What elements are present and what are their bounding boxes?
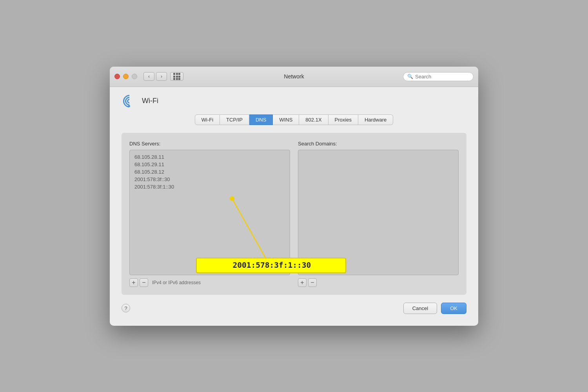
- domains-add-button[interactable]: +: [298, 278, 307, 287]
- dns-list-controls: + − IPv4 or IPv6 addresses: [129, 278, 290, 287]
- tab-proxies[interactable]: Proxies: [328, 114, 358, 125]
- wifi-header: Wi-Fi: [122, 95, 466, 107]
- dns-servers-list[interactable]: 68.105.28.11 68.105.29.11 68.105.28.12 2…: [129, 150, 290, 275]
- forward-button[interactable]: ›: [156, 72, 167, 81]
- search-input[interactable]: [415, 74, 469, 80]
- search-domains-label: Search Domains:: [298, 141, 459, 147]
- tab-hardware[interactable]: Hardware: [358, 114, 393, 125]
- search-domains-list[interactable]: [298, 150, 459, 275]
- titlebar: ‹ › Network 🔍: [110, 67, 478, 87]
- action-buttons: Cancel OK: [403, 303, 466, 314]
- wifi-label: Wi-Fi: [142, 97, 158, 105]
- tab-wifi[interactable]: Wi-Fi: [195, 114, 220, 125]
- dns-hint: IPv4 or IPv6 addresses: [152, 280, 201, 285]
- minimize-button[interactable]: [123, 74, 129, 79]
- grid-view-button[interactable]: [170, 72, 183, 81]
- help-button[interactable]: ?: [122, 304, 130, 312]
- window-title: Network: [284, 73, 304, 80]
- maximize-button[interactable]: [132, 74, 137, 79]
- nav-buttons: ‹ ›: [143, 72, 183, 81]
- back-button[interactable]: ‹: [143, 72, 154, 81]
- tab-wins[interactable]: WINS: [273, 114, 299, 125]
- network-window: ‹ › Network 🔍 Wi-Fi: [110, 67, 478, 326]
- dns-entry-4[interactable]: 2001:578:3f::30: [133, 176, 287, 183]
- content-area: Wi-Fi Wi-Fi TCP/IP DNS WINS 802.1X Proxi…: [110, 87, 478, 326]
- dns-add-button[interactable]: +: [129, 278, 138, 287]
- wifi-icon: [122, 95, 137, 107]
- dns-servers-column: DNS Servers: 68.105.28.11 68.105.29.11 6…: [129, 141, 290, 287]
- grid-icon: [173, 73, 180, 80]
- dns-entry-3[interactable]: 68.105.28.12: [133, 168, 287, 176]
- wifi-dot: [128, 105, 130, 107]
- bottom-bar: ? Cancel OK: [122, 303, 466, 314]
- columns: DNS Servers: 68.105.28.11 68.105.29.11 6…: [129, 141, 459, 287]
- traffic-lights: [114, 74, 137, 79]
- dns-remove-button[interactable]: −: [140, 278, 148, 287]
- tab-8021x[interactable]: 802.1X: [299, 114, 328, 125]
- cancel-button[interactable]: Cancel: [403, 303, 437, 314]
- dns-servers-label: DNS Servers:: [129, 141, 290, 147]
- dns-entry-5[interactable]: 2001:578:3f:1::30: [133, 183, 287, 191]
- search-icon: 🔍: [407, 74, 413, 79]
- tab-tcpip[interactable]: TCP/IP: [220, 114, 249, 125]
- dns-panel: DNS Servers: 68.105.28.11 68.105.29.11 6…: [122, 133, 466, 295]
- close-button[interactable]: [114, 74, 120, 79]
- ok-button[interactable]: OK: [441, 303, 466, 314]
- search-box[interactable]: 🔍: [403, 72, 474, 81]
- tab-dns[interactable]: DNS: [249, 114, 273, 125]
- dns-entry-1[interactable]: 68.105.28.11: [133, 153, 287, 161]
- search-domains-controls: + −: [298, 278, 459, 287]
- search-domains-column: Search Domains: + −: [298, 141, 459, 287]
- dns-entry-2[interactable]: 68.105.29.11: [133, 161, 287, 168]
- domains-remove-button[interactable]: −: [308, 278, 317, 287]
- tab-bar: Wi-Fi TCP/IP DNS WINS 802.1X Proxies Har…: [122, 114, 466, 125]
